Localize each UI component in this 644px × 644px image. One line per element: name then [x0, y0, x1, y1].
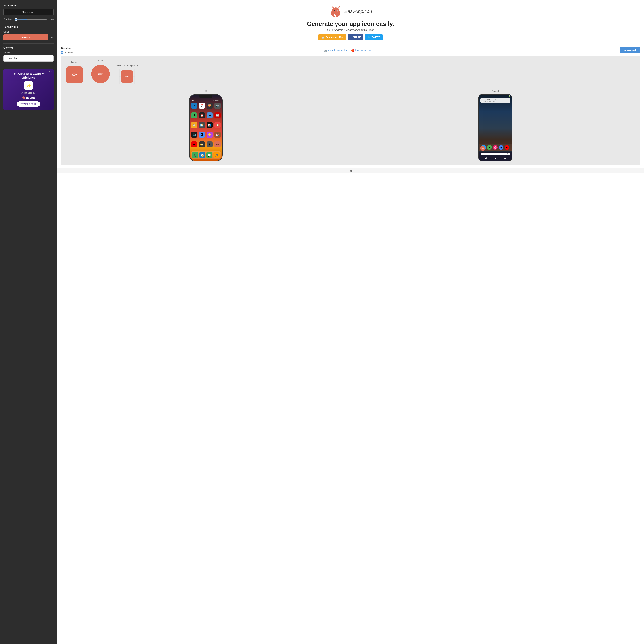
- name-input[interactable]: [3, 55, 54, 62]
- ios-app-3: 🌄: [207, 103, 213, 109]
- choose-file-button[interactable]: Choose file...: [3, 9, 54, 15]
- android-time: ◀ ●: [480, 95, 482, 97]
- android-instruction-link[interactable]: 🤖 Android Instruction: [323, 49, 348, 52]
- android-bottom-bar: G 🎙 ◀ ● ■: [479, 152, 512, 161]
- eyedropper-button[interactable]: ✒: [50, 35, 54, 40]
- ios-dock-safari: 🧭: [199, 152, 205, 158]
- download-button[interactable]: Download: [620, 47, 640, 53]
- ios-app-2: 📅: [199, 103, 205, 109]
- ios-app-7: 🌤: [207, 112, 213, 118]
- full-bleed-label: Full Bleed (Foreground): [116, 64, 138, 67]
- android-dock-youtube: ▶: [505, 145, 509, 150]
- ios-app-18: 💳: [199, 141, 205, 147]
- color-label: Color: [3, 30, 54, 33]
- name-label: Name: [3, 51, 54, 54]
- general-section: General Name: [3, 45, 54, 65]
- android-status-bar: ◀ ● 8:00 ▪▪ 🔋: [479, 95, 512, 97]
- full-bleed-icon-item: Full Bleed (Foreground) ✏: [116, 64, 138, 85]
- background-section: Background Color #DF6E57 ✒: [3, 25, 54, 44]
- ios-app-19: ⚙: [207, 141, 213, 147]
- ad-icon: ✨: [24, 81, 33, 90]
- android-notification: Dinner with Kody in 30 min ⏰ 8:30 - 10:0…: [480, 98, 510, 103]
- android-bg-overlay: [479, 95, 512, 151]
- ad-box: ✕ ✕ Unlock a new world of efficiency ✨ A…: [3, 69, 54, 110]
- android-dock-photos: 🌸: [493, 145, 498, 150]
- cat-logo: [329, 5, 342, 18]
- ad-brand: ❋ asana: [22, 96, 35, 100]
- foreground-section: Foreground Choose file... Padding 0%: [3, 4, 54, 24]
- legacy-label: Legacy: [71, 61, 78, 63]
- buy-coffee-label: Buy me a coffee: [325, 36, 343, 39]
- ios-notch: [199, 95, 212, 98]
- notification-title: Dinner with Kody in 30 min: [482, 99, 509, 101]
- android-fab: ✏: [480, 146, 485, 151]
- padding-label: Padding: [3, 18, 13, 20]
- tweet-button[interactable]: 🐦 TWEET: [365, 34, 383, 40]
- full-bleed-icon: ✏: [121, 70, 133, 83]
- round-label: Round: [97, 59, 103, 62]
- padding-slider[interactable]: [15, 19, 47, 20]
- ios-app-grid: ✉ 📅 🌄 📷 🗺 ⏰ 🌤 📰 🏠: [191, 103, 221, 150]
- android-search-bar[interactable]: G 🎙: [481, 153, 510, 155]
- android-home-button[interactable]: ●: [495, 157, 496, 159]
- apple-icon: 🍎: [351, 49, 354, 52]
- scroll-indicator[interactable]: ◀: [57, 168, 644, 173]
- padding-value: 0%: [49, 18, 54, 20]
- padding-row: Padding 0%: [3, 18, 54, 21]
- ios-dock: 📞 🧭 💬 🎵: [191, 151, 221, 159]
- instruction-links: 🤖 Android Instruction 🍎 iOS Instruction: [323, 49, 371, 52]
- android-back-button[interactable]: ◀: [485, 157, 487, 159]
- general-title: General: [3, 46, 54, 49]
- legacy-icon-item: Legacy ✏: [64, 61, 85, 85]
- share-button[interactable]: f SHARE: [348, 34, 363, 40]
- app-name: EasyAppIcon: [344, 9, 372, 14]
- preview-toolbar: Preview Show grid 🤖 Android Instruction …: [61, 47, 640, 54]
- ios-app-8: 📰: [214, 112, 221, 118]
- ios-phone-label: iOS: [204, 90, 207, 92]
- ad-close-button[interactable]: ✕ ✕: [48, 70, 52, 72]
- round-icon: ✏: [91, 65, 110, 83]
- google-g-icon: G: [482, 153, 483, 155]
- ios-app-10: 📝: [199, 122, 205, 128]
- phones-row: iOS 9:41 ▪▪▪ WiFi 🔋 ✉ 📅: [64, 90, 637, 161]
- buy-coffee-button[interactable]: ☕ Buy me a coffee: [318, 34, 346, 40]
- coffee-icon: ☕: [321, 36, 324, 39]
- ad-cta-button[interactable]: TRY FOR FREE: [17, 101, 40, 107]
- ios-instruction-link[interactable]: 🍎 iOS Instruction: [351, 49, 371, 52]
- android-icon: 🤖: [323, 49, 327, 52]
- ios-dock-phone: 📞: [192, 152, 198, 158]
- android-dock-chrome: ◉: [499, 145, 503, 150]
- hero-subtitle: iOS + Android (Legacy or Adaptive) Icon: [327, 29, 374, 32]
- preview-left: Preview Show grid: [61, 47, 74, 54]
- ios-app-16: 📚: [214, 132, 221, 138]
- android-instruction-label: Android Instruction: [328, 49, 348, 52]
- ios-app-17: ❤: [191, 141, 197, 147]
- ios-phone: 9:41 ▪▪▪ WiFi 🔋 ✉ 📅 🌄 📷 🗺: [189, 94, 223, 161]
- color-input-wrap: #DF6E57 ✒: [3, 34, 54, 40]
- ios-signal: ▪▪▪ WiFi 🔋: [213, 100, 220, 101]
- ad-brand-name: asana: [26, 96, 35, 100]
- ad-title: Unlock a new world of efficiency: [6, 72, 51, 79]
- ios-app-6: ⏰: [199, 112, 205, 118]
- full-bleed-pencil-icon: ✏: [125, 74, 129, 79]
- sidebar: Foreground Choose file... Padding 0% Bac…: [0, 0, 57, 644]
- padding-slider-wrap: [15, 18, 47, 21]
- android-recents-button[interactable]: ■: [504, 157, 506, 159]
- facebook-icon: f: [351, 36, 352, 39]
- android-phone-label: Android: [492, 90, 499, 92]
- show-grid-checkbox[interactable]: [61, 51, 63, 54]
- ios-app-11: 📊: [207, 122, 213, 128]
- ios-time: 9:41: [192, 100, 195, 101]
- ad-brand-logo: ❋: [22, 96, 25, 100]
- color-value[interactable]: #DF6E57: [3, 34, 48, 40]
- ios-app-12: 📋: [214, 122, 221, 128]
- icon-preview-grid: Legacy ✏: [61, 56, 640, 165]
- background-title: Background: [3, 25, 54, 28]
- android-icons: 8:00 ▪▪ 🔋: [505, 95, 510, 97]
- ios-app-15: ⭐: [207, 132, 213, 138]
- ios-custom-app: ✏: [214, 141, 221, 147]
- scroll-left-arrow: ◀: [349, 169, 352, 173]
- round-pencil-icon: ✏: [98, 70, 103, 77]
- preview-area: Preview Show grid 🤖 Android Instruction …: [57, 44, 644, 168]
- hero-title: Generate your app icon easily.: [307, 20, 394, 28]
